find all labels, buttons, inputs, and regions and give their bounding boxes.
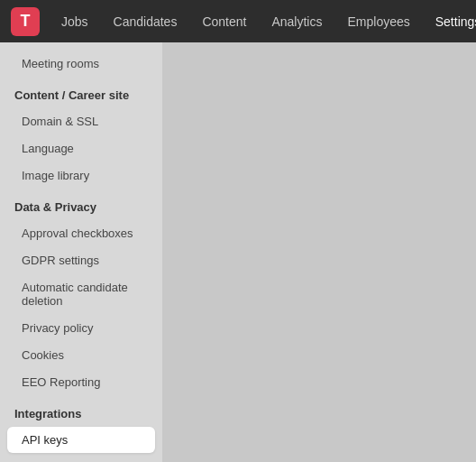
nav-item-candidates[interactable]: Candidates xyxy=(103,9,188,34)
sidebar-item-cookies[interactable]: Cookies xyxy=(7,342,155,368)
sidebar-item-approval-checkboxes[interactable]: Approval checkboxes xyxy=(7,220,155,246)
nav-item-jobs[interactable]: Jobs xyxy=(50,9,99,34)
sidebar-item-gdpr-settings[interactable]: GDPR settings xyxy=(7,247,155,273)
sidebar-item-privacy-policy[interactable]: Privacy policy xyxy=(7,315,155,341)
sidebar-item-image-library[interactable]: Image library xyxy=(7,162,155,189)
sidebar-item-widgets[interactable]: Widgets xyxy=(7,454,155,462)
sidebar-item-language[interactable]: Language xyxy=(7,135,155,162)
sidebar-section-integrations: Integrations xyxy=(0,396,162,426)
sidebar-item-eeo-reporting[interactable]: EEO Reporting xyxy=(7,369,155,395)
sidebar-item-domain-ssl[interactable]: Domain & SSL xyxy=(7,108,155,134)
app-logo[interactable]: T xyxy=(11,7,40,36)
sidebar-item-automatic-candidate-deletion[interactable]: Automatic candidate deletion xyxy=(7,274,155,314)
main-layout: Meeting rooms Content / Career site Doma… xyxy=(0,42,476,462)
sidebar-item-api-keys[interactable]: API keys xyxy=(7,427,155,453)
nav-item-analytics[interactable]: Analytics xyxy=(261,9,333,34)
nav-item-content[interactable]: Content xyxy=(191,9,257,34)
content-area xyxy=(162,42,476,462)
sidebar-section-content-career: Content / Career site xyxy=(0,78,162,107)
nav-item-settings[interactable]: Settings xyxy=(425,9,476,34)
sidebar-item-meeting-rooms[interactable]: Meeting rooms xyxy=(7,51,155,77)
sidebar-section-data-privacy: Data & Privacy xyxy=(0,189,162,219)
sidebar: Meeting rooms Content / Career site Doma… xyxy=(0,42,162,462)
top-navigation: T Jobs Candidates Content Analytics Empl… xyxy=(0,0,476,42)
nav-item-employees[interactable]: Employees xyxy=(336,9,420,34)
